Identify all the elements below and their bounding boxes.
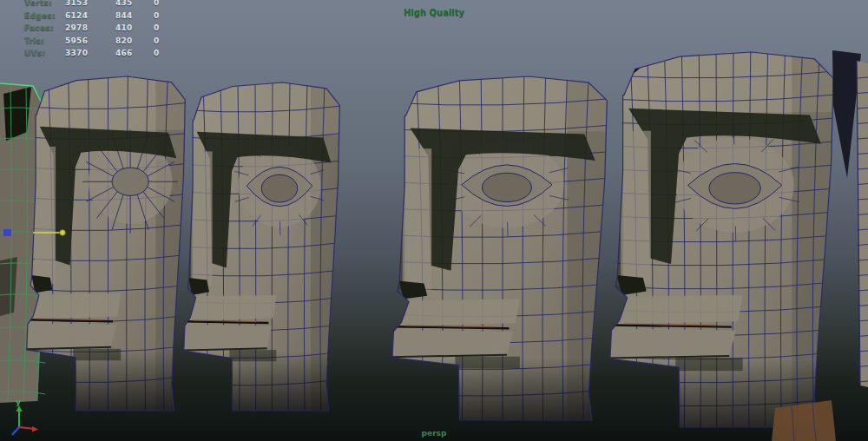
hud-edges-selected: 844 <box>115 10 133 23</box>
maya-viewport[interactable]: Verts: 3153 435 0 Edges: 6124 844 0 Face… <box>0 0 868 441</box>
hud-tris-total: 5956 <box>65 35 88 48</box>
hud-faces-total: 2978 <box>65 22 88 35</box>
hud-tris-selected: 820 <box>115 35 133 48</box>
hud-verts-total: 3153 <box>65 0 88 10</box>
hud-edges-total: 6124 <box>65 10 88 23</box>
axis-orientation-gizmo: y <box>3 398 56 439</box>
hud-verts-label: Verts: <box>24 0 52 10</box>
hud-uvs-extra: 0 <box>154 47 160 60</box>
hud-row-faces: Faces: 2978 410 0 <box>0 22 200 35</box>
hud-uvs-label: UVs: <box>24 47 45 60</box>
poly-count-hud: Verts: 3153 435 0 Edges: 6124 844 0 Face… <box>0 0 200 60</box>
axis-gizmo-icon <box>3 398 56 439</box>
head-model-3[interactable] <box>389 76 621 424</box>
viewport-canvas[interactable] <box>0 0 868 441</box>
quality-label: High Quality <box>373 8 495 17</box>
hud-faces-selected: 410 <box>115 22 133 35</box>
head-model-1[interactable] <box>24 76 196 414</box>
hud-verts-selected: 435 <box>115 0 133 10</box>
hud-verts-extra: 0 <box>154 0 160 10</box>
hud-tris-extra: 0 <box>154 35 160 48</box>
head-model-2[interactable] <box>181 82 350 414</box>
head-model-4[interactable] <box>606 52 848 431</box>
hud-tris-label: Tris: <box>24 35 44 48</box>
camera-label: persp <box>395 429 473 438</box>
hud-uvs-total: 3370 <box>65 47 88 60</box>
hud-row-tris: Tris: 5956 820 0 <box>0 35 200 48</box>
hud-row-uvs: UVs: 3370 466 0 <box>0 47 200 60</box>
hud-edges-label: Edges: <box>24 10 56 23</box>
head-model-right-sliver[interactable] <box>857 61 868 387</box>
hud-row-verts: Verts: 3153 435 0 <box>0 0 200 10</box>
hud-faces-extra: 0 <box>154 22 160 35</box>
hud-faces-label: Faces: <box>24 22 54 35</box>
hud-row-edges: Edges: 6124 844 0 <box>0 10 200 23</box>
hud-uvs-selected: 466 <box>115 47 133 60</box>
hud-edges-extra: 0 <box>154 10 160 23</box>
